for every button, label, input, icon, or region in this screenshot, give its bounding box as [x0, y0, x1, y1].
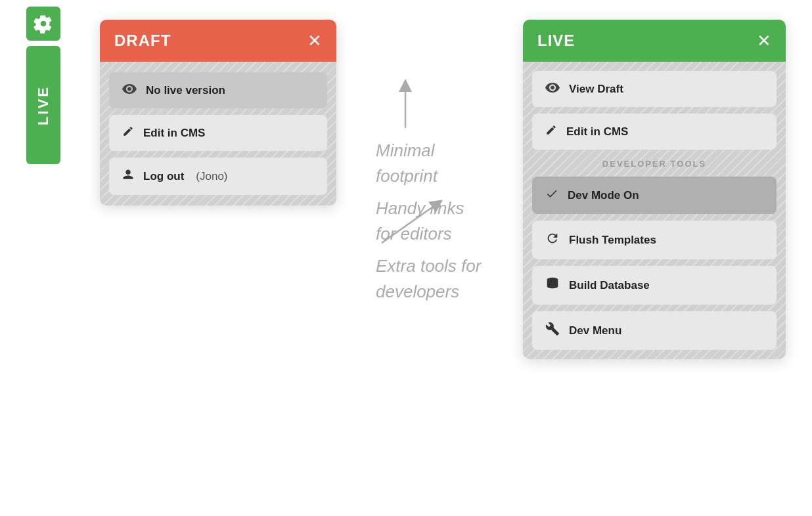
view-draft-item[interactable]: View Draft	[532, 71, 777, 107]
draft-body: No live version Edit in CMS Log out	[100, 62, 336, 205]
draft-close-button[interactable]: ✕	[307, 32, 322, 49]
database-svg	[545, 276, 560, 291]
dev-mode-item[interactable]: Dev Mode On	[532, 177, 777, 214]
pencil-icon	[122, 125, 134, 140]
annotations-section: Minimal footprint Handy links for editor…	[376, 20, 484, 305]
pencil-svg	[122, 125, 134, 137]
live-body: View Draft Edit in CMS DEVELOPER TOOLS	[523, 62, 786, 359]
view-draft-label: View Draft	[569, 83, 623, 96]
database-icon	[545, 276, 560, 294]
pencil-svg-live	[545, 124, 557, 136]
svg-line-1	[382, 204, 438, 243]
draft-header: DRAFT ✕	[100, 20, 336, 62]
gear-icon	[34, 14, 53, 33]
build-database-item[interactable]: Build Database	[532, 266, 777, 305]
live-title: LIVE	[537, 32, 575, 50]
arrow-diag	[378, 197, 444, 252]
eye-svg	[122, 84, 137, 95]
draft-title: DRAFT	[114, 32, 171, 50]
draft-panel: DRAFT ✕ No live version Edi	[100, 20, 336, 205]
eye-icon-live	[545, 81, 560, 97]
no-live-version-item[interactable]: No live version	[109, 72, 327, 108]
logout-user: (Jono)	[196, 170, 227, 183]
dev-menu-label: Dev Menu	[569, 324, 621, 337]
edit-cms-item[interactable]: Edit in CMS	[109, 115, 327, 151]
live-header: LIVE ✕	[523, 20, 786, 62]
main-container: LIVE DRAFT ✕ No live version	[0, 0, 812, 516]
dev-tools-label: DEVELOPER TOOLS	[532, 156, 777, 170]
wrench-icon	[545, 322, 560, 339]
check-svg	[545, 187, 558, 200]
refresh-svg	[545, 231, 560, 246]
edit-cms-draft-label: Edit in CMS	[143, 127, 205, 140]
dev-mode-label: Dev Mode On	[568, 189, 639, 202]
live-panel: LIVE ✕ View Draft Edit in C	[523, 20, 786, 359]
eye-svg-live	[545, 83, 560, 93]
arrow-diag-svg	[378, 197, 444, 249]
gear-icon-badge	[26, 7, 60, 41]
wrench-svg	[545, 322, 560, 336]
flush-templates-label: Flush Templates	[569, 234, 656, 247]
logout-label: Log out	[143, 170, 184, 183]
dev-menu-item[interactable]: Dev Menu	[532, 311, 777, 350]
build-database-label: Build Database	[569, 279, 650, 292]
flush-templates-item[interactable]: Flush Templates	[532, 221, 777, 259]
edit-cms-live-item[interactable]: Edit in CMS	[532, 114, 777, 150]
arrow-up	[389, 79, 422, 134]
annotation-1: Minimal footprint	[376, 138, 484, 189]
live-badge-text: LIVE	[35, 85, 52, 125]
pencil-icon-live	[545, 124, 557, 139]
edit-cms-live-label: Edit in CMS	[566, 125, 628, 139]
refresh-icon	[545, 231, 560, 249]
user-icon	[122, 168, 134, 184]
no-live-label: No live version	[146, 84, 225, 97]
live-badge: LIVE	[26, 46, 60, 164]
eye-icon	[122, 83, 137, 98]
live-close-button[interactable]: ✕	[757, 32, 771, 49]
check-icon	[545, 187, 558, 204]
arrow-up-svg	[389, 79, 422, 131]
logout-item[interactable]: Log out (Jono)	[109, 158, 327, 195]
user-svg	[122, 168, 134, 181]
annotation-3: Extra tools for developers	[376, 253, 484, 305]
